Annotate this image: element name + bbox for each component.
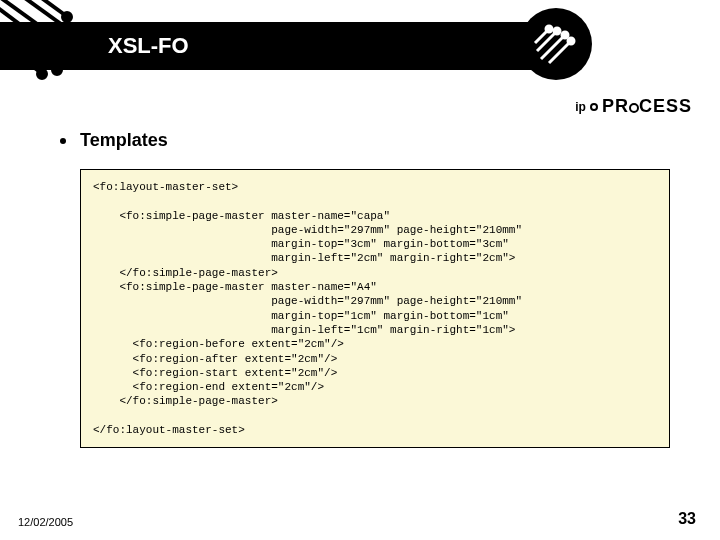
header-bar: XSL-FO — [0, 22, 580, 70]
code-line: <fo:region-start extent="2cm"/> — [93, 367, 337, 379]
footer: 12/02/2005 33 — [18, 510, 696, 528]
code-line: <fo:simple-page-master master-name="capa… — [93, 210, 390, 222]
svg-point-7 — [63, 13, 71, 21]
svg-point-15 — [562, 32, 568, 38]
code-line: margin-top="3cm" margin-bottom="3cm" — [93, 238, 509, 250]
code-line: </fo:simple-page-master> — [93, 395, 278, 407]
code-line: page-width="297mm" page-height="210mm" — [93, 224, 522, 236]
page-title: XSL-FO — [108, 33, 189, 59]
page-number: 33 — [678, 510, 696, 528]
code-line: <fo:region-after extent="2cm"/> — [93, 353, 337, 365]
code-line: <fo:simple-page-master master-name="A4" — [93, 281, 377, 293]
code-line: </fo:simple-page-master> — [93, 267, 278, 279]
code-line: <fo:region-before extent="2cm"/> — [93, 338, 344, 350]
bullet-dot-icon — [60, 138, 66, 144]
brand-text: PRCESS — [602, 96, 692, 117]
code-line: page-width="297mm" page-height="210mm" — [93, 295, 522, 307]
svg-point-11 — [38, 70, 46, 78]
corner-logo-icon — [520, 8, 592, 80]
footer-date: 12/02/2005 — [18, 516, 73, 528]
brand-logo: ip PRCESS — [575, 96, 692, 117]
code-line: </fo:layout-master-set> — [93, 424, 245, 436]
svg-line-14 — [541, 37, 563, 59]
brand-dot-icon — [590, 103, 598, 111]
brand-prefix: ip — [575, 100, 586, 114]
code-line: margin-top="1cm" margin-bottom="1cm" — [93, 310, 509, 322]
code-line: margin-left="1cm" margin-right="1cm"> — [93, 324, 515, 336]
bullet-item: Templates — [50, 130, 690, 151]
code-line: margin-left="2cm" margin-right="2cm"> — [93, 252, 515, 264]
content-area: Templates <fo:layout-master-set> <fo:sim… — [50, 130, 690, 448]
code-line: <fo:layout-master-set> — [93, 181, 238, 193]
svg-point-17 — [568, 38, 574, 44]
code-block: <fo:layout-master-set> <fo:simple-page-m… — [80, 169, 670, 448]
svg-point-13 — [554, 28, 560, 34]
bullet-label: Templates — [80, 130, 168, 151]
svg-point-19 — [546, 26, 552, 32]
code-line: <fo:region-end extent="2cm"/> — [93, 381, 324, 393]
